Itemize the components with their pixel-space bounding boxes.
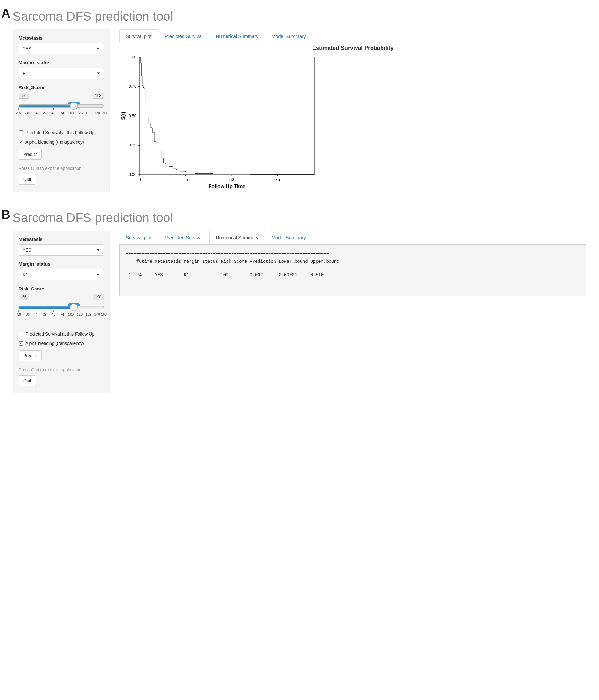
slider-tick: -4 — [34, 309, 38, 316]
tabs: Survival plot Predicted Survival Numeric… — [119, 29, 586, 43]
tab-survival-plot[interactable]: Survival plot — [119, 29, 158, 43]
metastasis-value: YES — [23, 247, 31, 252]
margin-status-label: Margin_status — [19, 261, 104, 267]
alpha-blending-checkbox-label: Alpha blending (transparency) — [25, 341, 84, 346]
risk-score-slider[interactable]: 109 — [19, 306, 104, 309]
margin-status-select[interactable]: R1 — [19, 68, 104, 79]
chevron-down-icon — [97, 249, 100, 251]
slider-tick: 126 — [77, 309, 82, 316]
slider-tick: 152 — [86, 108, 91, 115]
tab-predicted-survival[interactable]: Predicted Survival — [158, 231, 209, 244]
margin-status-select[interactable]: R1 — [19, 269, 104, 280]
sidebar: Metastasis YES Margin_status R1 Risk_Sco… — [13, 230, 110, 393]
slider-tick: 126 — [77, 108, 82, 115]
risk-score-min: -56 — [19, 294, 29, 300]
quit-note: Press Quit to exit the application — [19, 166, 104, 171]
risk-score-max: 198 — [93, 294, 104, 300]
alpha-blending-checkbox[interactable]: ✔ — [19, 140, 23, 144]
risk-score-max: 198 — [93, 93, 104, 99]
slider-tick: 178 — [94, 309, 100, 316]
risk-score-ticks: -56-30-4224874100126152178198 — [19, 108, 104, 117]
chevron-down-icon — [97, 274, 100, 276]
predicted-survival-checkbox[interactable] — [19, 130, 23, 135]
svg-text:S(t): S(t) — [120, 111, 126, 120]
slider-tick: -56 — [16, 108, 21, 115]
svg-text:0: 0 — [138, 177, 141, 182]
panel-letter-b: B — [1, 208, 10, 222]
survival-plot: 0.000.250.500.751.000255075Follow Up Tim… — [119, 54, 320, 192]
slider-tick: 100 — [68, 108, 74, 115]
quit-button[interactable]: Quit — [19, 174, 36, 185]
slider-tick: -4 — [34, 108, 38, 115]
slider-tick: 22 — [43, 309, 46, 316]
svg-text:0.75: 0.75 — [129, 84, 137, 89]
quit-note: Press Quit to exit the application — [19, 367, 104, 372]
svg-text:0.50: 0.50 — [129, 114, 137, 118]
slider-tick: 74 — [60, 309, 64, 316]
alpha-blending-checkbox-label: Alpha blending (transparency) — [25, 140, 84, 145]
risk-score-slider[interactable]: 109 — [19, 104, 104, 107]
chart-title: Estimated Survival Probability — [119, 45, 586, 51]
slider-tick: -30 — [25, 108, 30, 115]
svg-text:0.00: 0.00 — [129, 172, 137, 177]
tab-model-summary[interactable]: Model Summary — [265, 231, 312, 244]
metastasis-label: Metastasis — [19, 236, 104, 242]
app-title: Sarcoma DFS prediction tool — [13, 9, 586, 24]
svg-text:25: 25 — [183, 177, 188, 182]
slider-tick: 198 — [101, 108, 107, 115]
alpha-blending-checkbox[interactable]: ✔ — [19, 341, 23, 346]
tabs: Survival plot Predicted Survival Numeric… — [119, 230, 586, 244]
predicted-survival-checkbox-label: Predicted Survival at this Follow Up: — [25, 130, 96, 135]
svg-text:1.00: 1.00 — [129, 55, 137, 59]
metastasis-select[interactable]: YES — [19, 43, 104, 54]
slider-tick: 100 — [68, 309, 74, 316]
slider-tick: 48 — [51, 309, 55, 316]
predict-button[interactable]: Predict — [19, 350, 42, 361]
risk-score-ticks: -56-30-4224874100126152178198 — [19, 309, 104, 318]
slider-tick: 178 — [94, 108, 100, 115]
tab-model-summary[interactable]: Model Summary — [265, 29, 312, 43]
slider-tick: 198 — [101, 309, 107, 316]
tab-numerical-summary[interactable]: Numerical Summary — [209, 29, 265, 43]
svg-rect-0 — [140, 57, 314, 175]
metastasis-select[interactable]: YES — [19, 244, 104, 256]
app-title: Sarcoma DFS prediction tool — [13, 211, 586, 225]
margin-status-value: R1 — [23, 272, 28, 277]
predicted-survival-checkbox-label: Predicted Survival at this Follow Up: — [25, 331, 96, 336]
risk-score-label: Risk_Score — [19, 286, 104, 291]
risk-score-label: Risk_Score — [19, 85, 104, 90]
metastasis-label: Metastasis — [19, 35, 104, 41]
quit-button[interactable]: Quit — [19, 375, 36, 386]
svg-text:50: 50 — [230, 177, 234, 182]
slider-tick: 48 — [51, 108, 55, 115]
panel-letter-a: A — [1, 6, 10, 20]
slider-tick: -30 — [25, 309, 30, 316]
tab-numerical-summary[interactable]: Numerical Summary — [209, 231, 265, 244]
slider-tick: 22 — [43, 108, 46, 115]
tab-predicted-survival[interactable]: Predicted Survival — [158, 29, 209, 43]
numerical-summary-text: ========================================… — [126, 252, 580, 285]
metastasis-value: YES — [23, 46, 31, 51]
slider-tick: 74 — [60, 108, 64, 115]
slider-tick: 152 — [86, 309, 91, 316]
chevron-down-icon — [97, 73, 100, 74]
risk-score-min: -56 — [19, 93, 29, 99]
tab-survival-plot[interactable]: Survival plot — [119, 231, 158, 244]
margin-status-label: Margin_status — [19, 60, 104, 65]
slider-tick: -56 — [16, 309, 21, 316]
predicted-survival-checkbox[interactable] — [19, 332, 23, 336]
chevron-down-icon — [97, 48, 100, 50]
numerical-summary-output: ========================================… — [119, 244, 586, 296]
svg-text:Follow Up Time: Follow Up Time — [209, 184, 246, 189]
margin-status-value: R1 — [23, 71, 28, 76]
sidebar: Metastasis YES Margin_status R1 Risk_Sco… — [13, 29, 110, 192]
svg-text:0.25: 0.25 — [129, 143, 137, 147]
predict-button[interactable]: Predict — [19, 149, 42, 160]
svg-text:75: 75 — [275, 177, 280, 182]
